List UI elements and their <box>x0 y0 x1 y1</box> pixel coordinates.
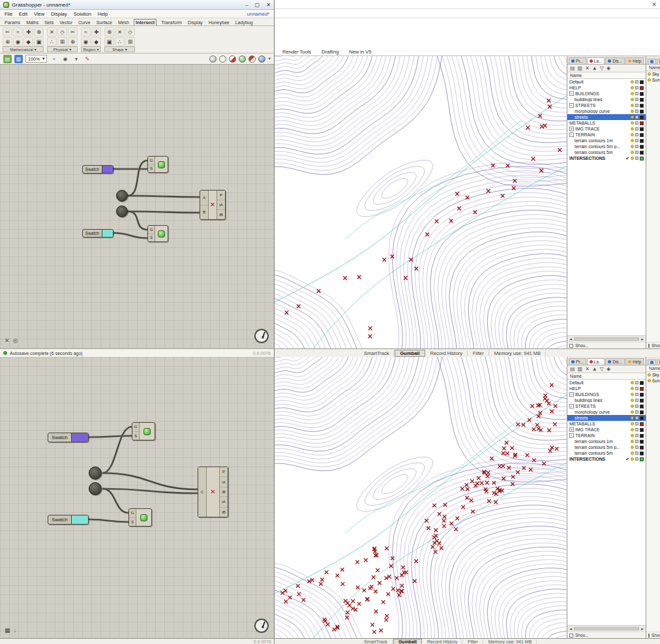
layer-lock-icon[interactable] <box>635 405 638 408</box>
component-icon[interactable]: ✚ <box>91 27 101 37</box>
statusbar-smarttrack[interactable]: SmartTrack <box>359 350 394 356</box>
layer-row[interactable]: Default <box>567 380 646 386</box>
layer-visibility-bulb-icon[interactable] <box>631 440 634 443</box>
grasshopper-canvas[interactable]: Swatch G S C ✕ <box>0 357 274 638</box>
layer-row[interactable]: morphology curve <box>567 108 646 114</box>
swatch-color-cyan[interactable] <box>71 515 88 524</box>
layer-row[interactable]: terrain contours 5m p... <box>567 144 646 149</box>
swatch-color-cyan[interactable] <box>102 230 113 237</box>
curve-param-node[interactable] <box>89 482 102 495</box>
layers-horizontal-scrollbar[interactable]: ◄► <box>567 335 646 342</box>
layer-color-swatch[interactable] <box>640 405 644 408</box>
gh-tab-vector[interactable]: Vector <box>58 20 74 25</box>
component-icon[interactable]: ✂ <box>68 27 78 37</box>
layer-row[interactable]: HELP <box>567 386 646 391</box>
swatch-node-purple[interactable]: Swatch <box>48 433 89 442</box>
layer-visibility-bulb-icon[interactable] <box>631 151 634 154</box>
layer-lock-icon[interactable] <box>635 452 638 455</box>
layer-color-swatch[interactable] <box>640 457 644 461</box>
component-icon[interactable]: ◇ <box>57 27 67 37</box>
input-g[interactable]: G <box>132 423 139 431</box>
layers-horizontal-scrollbar[interactable]: ◄► <box>567 625 646 632</box>
collapse-icon[interactable]: − <box>569 433 574 438</box>
show-checkbox[interactable] <box>569 634 573 637</box>
gh-tab-params[interactable]: Params <box>3 20 22 25</box>
output-ia[interactable]: iA <box>220 476 228 486</box>
swatch-node-cyan[interactable]: Swatch <box>48 515 89 525</box>
preview-blue-icon[interactable] <box>258 55 265 63</box>
layer-visibility-bulb-icon[interactable] <box>631 110 634 113</box>
layer-visibility-bulb-icon[interactable] <box>631 98 634 101</box>
mesh-widget-icon[interactable]: ▦ <box>5 627 10 634</box>
layer-color-swatch[interactable] <box>640 80 644 84</box>
layer-lock-icon[interactable] <box>635 381 638 384</box>
input-s[interactable]: S <box>148 164 155 173</box>
gh-tab-display[interactable]: Display <box>187 20 204 25</box>
layer-visibility-bulb-icon[interactable] <box>631 399 634 402</box>
layer-row[interactable]: terrain contours 5m <box>567 149 646 155</box>
move-up-icon[interactable]: ▲ <box>592 366 597 372</box>
layer-lock-icon[interactable] <box>635 416 638 420</box>
component-icon[interactable]: ⊕ <box>68 37 78 46</box>
layer-color-swatch[interactable] <box>640 440 644 444</box>
layer-visibility-bulb-icon[interactable] <box>631 115 634 119</box>
custom-preview-node[interactable]: G S <box>132 422 155 440</box>
scroll-left-icon[interactable]: ◄ <box>569 337 573 341</box>
input-g[interactable]: G <box>148 157 155 164</box>
output-ib[interactable]: iB <box>220 487 228 497</box>
gh-tab-ladybug[interactable]: Ladybug <box>234 20 254 25</box>
minimize-button[interactable]: – <box>245 2 248 8</box>
show-options-row[interactable]: Shou... <box>567 342 646 348</box>
gh-tab-intersect[interactable]: Intersect <box>134 19 157 26</box>
panel-tab-pr[interactable]: Pr... <box>569 57 586 64</box>
layer-visibility-bulb-icon[interactable] <box>631 434 634 437</box>
layer-visibility-bulb-icon[interactable] <box>631 139 634 142</box>
curve-param-node[interactable] <box>116 206 128 217</box>
layer-tools-icon[interactable]: ◈ <box>607 366 610 372</box>
layer-color-swatch[interactable] <box>640 399 644 403</box>
sun-panel-row[interactable]: Sky <box>646 372 660 378</box>
command-prompt-row[interactable] <box>275 9 660 18</box>
filter-icon[interactable]: ▽ <box>600 65 604 71</box>
layer-visibility-bulb-icon[interactable] <box>631 457 634 461</box>
output-p[interactable]: P <box>217 191 225 200</box>
menu-item[interactable]: Help <box>98 11 108 17</box>
component-icon[interactable]: ⊗ <box>104 27 114 37</box>
layer-visibility-bulb-icon[interactable] <box>631 428 634 431</box>
component-icon[interactable]: ≈ <box>81 27 91 37</box>
layer-row[interactable]: terrain contours 1m <box>567 438 646 444</box>
visibility-bulb-icon[interactable] <box>648 78 651 82</box>
layer-lock-icon[interactable] <box>635 86 638 89</box>
statusbar-filter[interactable]: Filter <box>463 639 483 644</box>
gh-tab-transform[interactable]: Transform <box>160 20 183 25</box>
compass-widget[interactable] <box>254 619 269 633</box>
menu-item[interactable]: File <box>5 11 12 17</box>
panel-tab[interactable] <box>657 360 660 365</box>
panel-tab[interactable] <box>657 59 660 64</box>
move-up-icon[interactable]: ▲ <box>592 65 597 71</box>
layer-color-swatch[interactable] <box>640 416 644 420</box>
layer-lock-icon[interactable] <box>635 127 638 130</box>
layer-lock-icon[interactable] <box>635 157 638 160</box>
input-a[interactable]: A <box>200 191 208 205</box>
layer-visibility-bulb-icon[interactable] <box>631 86 634 89</box>
layer-visibility-bulb-icon[interactable] <box>631 381 634 384</box>
curve-param-node[interactable] <box>116 190 128 202</box>
menu-item[interactable]: Display <box>51 11 67 17</box>
layer-row[interactable]: buildings lines <box>567 97 646 102</box>
menu-item[interactable]: Solution <box>74 11 91 17</box>
component-icon[interactable]: ∴ <box>115 37 125 46</box>
layer-row[interactable]: METABALLS <box>567 421 646 427</box>
layer-lock-icon[interactable] <box>635 80 638 84</box>
save-file-icon[interactable]: ▥ <box>14 55 23 63</box>
layer-visibility-bulb-icon[interactable] <box>631 145 634 148</box>
layer-color-swatch[interactable] <box>640 452 644 455</box>
zoom-select[interactable]: 100% ▾ <box>25 55 47 63</box>
new-sublayer-icon[interactable]: ▥ <box>578 366 583 372</box>
layer-color-swatch[interactable] <box>640 133 644 137</box>
scroll-right-icon[interactable]: ► <box>640 627 644 631</box>
layer-visibility-bulb-icon[interactable] <box>631 104 634 107</box>
layer-row[interactable]: −BUILDINGS <box>567 391 646 397</box>
statusbar-smarttrack[interactable]: SmartTrack <box>359 639 393 644</box>
close-icon[interactable]: ✕ <box>652 1 657 8</box>
